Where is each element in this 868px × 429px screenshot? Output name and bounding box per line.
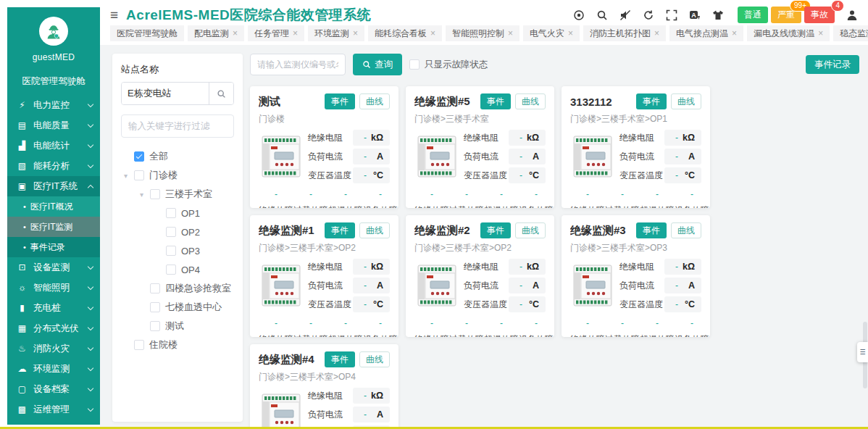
status-badge[interactable]: 普通 [738, 7, 768, 23]
tab[interactable]: 消防主机拓扑图 × [583, 25, 666, 41]
sidebar-subitem[interactable]: • 事件记录 [7, 237, 100, 257]
tab-close-icon[interactable]: × [654, 29, 659, 38]
tab[interactable]: 电气接点测温 × [669, 25, 743, 41]
tree-checkbox[interactable] [150, 321, 160, 331]
sidebar-item[interactable]: ▟ 电能统计 [7, 136, 100, 156]
tree-node[interactable]: ▾ 三楼手术室 [121, 185, 234, 204]
tree-node[interactable]: ▾ OP3 [121, 241, 234, 260]
tree-checkbox[interactable] [150, 283, 160, 293]
tree-checkbox[interactable] [150, 302, 160, 312]
sidebar-item[interactable]: ⚡ 电力监控 [7, 95, 100, 115]
tab[interactable]: 配电监测 × [188, 25, 244, 41]
tree-checkbox[interactable] [134, 151, 144, 162]
tab[interactable]: 电气火灾 × [523, 25, 580, 41]
tab-close-icon[interactable]: × [818, 29, 823, 38]
fault-only-checkbox[interactable] [409, 59, 420, 70]
tab[interactable]: 智能照明控制 × [446, 25, 519, 41]
sidebar-item[interactable]: ▦ 分布式光伏 [7, 318, 100, 338]
card-event-button[interactable]: 事件 [636, 222, 667, 238]
card-event-button[interactable]: 事件 [636, 93, 667, 109]
tree-node[interactable]: ▾ OP4 [121, 260, 234, 279]
card-event-button[interactable]: 事件 [325, 93, 355, 109]
sidebar-item-medical-it[interactable]: ▣ 医疗IT系统 [7, 176, 100, 196]
tree-filter-input[interactable] [121, 114, 234, 138]
fullscreen-icon[interactable] [665, 9, 677, 21]
tab-close-icon[interactable]: × [732, 29, 737, 38]
card-curve-button[interactable]: 曲线 [671, 222, 701, 238]
caret-down-icon[interactable]: ▾ [124, 172, 134, 180]
card-curve-button[interactable]: 曲线 [515, 93, 546, 109]
tab-close-icon[interactable]: × [508, 29, 513, 38]
station-search-button[interactable] [209, 83, 233, 104]
sidebar-item[interactable]: ♨ 消防火灾 [7, 338, 100, 359]
sidebar-item[interactable]: ▮ 充电桩 [7, 298, 100, 318]
sidebar-item[interactable]: ⊡ 设备监测 [7, 257, 100, 278]
tree-node[interactable]: ▾ OP1 [121, 204, 234, 222]
tree-checkbox[interactable] [166, 265, 176, 275]
mute-icon[interactable] [619, 9, 631, 21]
card-event-button[interactable]: 事件 [480, 222, 511, 238]
sidebar-item[interactable]: ▢ 设备档案 [7, 379, 100, 399]
sidebar-subitem[interactable]: • 医疗IT概况 [7, 196, 100, 217]
user-icon[interactable] [846, 9, 858, 21]
card-curve-button[interactable]: 曲线 [359, 351, 390, 367]
sidebar-item-home[interactable]: 医院管理驾驶舱 [7, 75, 100, 88]
fault-value: - [363, 319, 398, 328]
query-button[interactable]: 查询 [353, 54, 402, 75]
tab-close-icon[interactable]: × [233, 29, 238, 38]
tree-checkbox[interactable] [166, 227, 176, 237]
settings-float-button[interactable]: ☰ [857, 342, 868, 362]
card-event-button[interactable]: 事件 [480, 93, 511, 109]
sidebar-item[interactable]: ▧ 能耗分析 [7, 156, 100, 176]
fault-label: 绝缘故障 [570, 204, 605, 208]
tab-close-icon[interactable]: × [430, 29, 435, 38]
tab[interactable]: 稳态监测 × [833, 25, 868, 41]
monitor-search-input[interactable] [250, 54, 346, 75]
card-curve-button[interactable]: 曲线 [671, 93, 701, 109]
tree-checkbox[interactable] [166, 246, 176, 256]
event-log-button[interactable]: 事件记录 [806, 55, 859, 74]
sidebar-item[interactable]: ☁ 环境监测 [7, 359, 100, 379]
tab-close-icon[interactable]: × [293, 29, 298, 38]
card-event-button[interactable]: 事件 [325, 351, 355, 367]
tree-node[interactable]: ▾ 七楼血透中心 [121, 298, 234, 317]
tab-close-icon[interactable]: × [568, 29, 573, 38]
translate-icon[interactable]: A [688, 9, 701, 21]
status-badge[interactable]: 事故 4 [804, 7, 835, 23]
status-badge[interactable]: 严重 99+ [771, 7, 801, 23]
avatar[interactable] [39, 17, 68, 46]
card-curve-button[interactable]: 曲线 [515, 222, 546, 238]
tab-close-icon[interactable]: × [353, 29, 358, 38]
tree-node[interactable]: ▾ 住院楼 [121, 336, 234, 354]
tree-checkbox[interactable] [150, 189, 160, 199]
tab[interactable]: 环境监测 × [308, 25, 364, 41]
tree-checkbox[interactable] [166, 208, 176, 218]
tab[interactable]: 医院管理驾驶舱 × [110, 25, 184, 41]
card-curve-button[interactable]: 曲线 [359, 222, 390, 238]
sidebar-item[interactable]: ☼ 智能照明 [7, 278, 100, 298]
target-icon[interactable] [572, 9, 585, 21]
refresh-icon[interactable] [642, 9, 654, 21]
tab[interactable]: 能耗综合看板 × [368, 25, 442, 41]
sidebar-item[interactable]: ▤ 电能质量 [7, 115, 100, 136]
tab[interactable]: 漏电及线缆测温 × [747, 25, 830, 41]
metric-label: 绝缘电阻 [308, 390, 353, 402]
tree-node[interactable]: ▾ 门诊楼 [121, 166, 234, 185]
card-event-button[interactable]: 事件 [325, 222, 355, 238]
theme-icon[interactable] [711, 9, 724, 21]
caret-down-icon[interactable]: ▾ [140, 191, 150, 199]
tree-node[interactable]: ▾ 测试 [121, 317, 234, 336]
fault-only-checkbox-wrap[interactable]: 只显示故障状态 [409, 54, 488, 75]
card-curve-button[interactable]: 曲线 [359, 93, 390, 109]
search-icon[interactable] [596, 9, 608, 21]
tree-node[interactable]: ▾ OP2 [121, 222, 234, 241]
tree-node[interactable]: ▾ 全部 [121, 147, 234, 166]
station-input[interactable] [122, 83, 209, 104]
tree-checkbox[interactable] [134, 340, 144, 350]
sidebar-item[interactable]: ▩ 运维管理 [7, 399, 100, 420]
tree-checkbox[interactable] [134, 170, 144, 180]
tab[interactable]: 任务管理 × [248, 25, 304, 41]
sidebar-subitem[interactable]: • 医疗IT监测 [7, 217, 100, 237]
hamburger-icon[interactable]: ≡ [110, 8, 118, 22]
tree-node[interactable]: ▾ 四楼急诊抢救室 [121, 279, 234, 298]
